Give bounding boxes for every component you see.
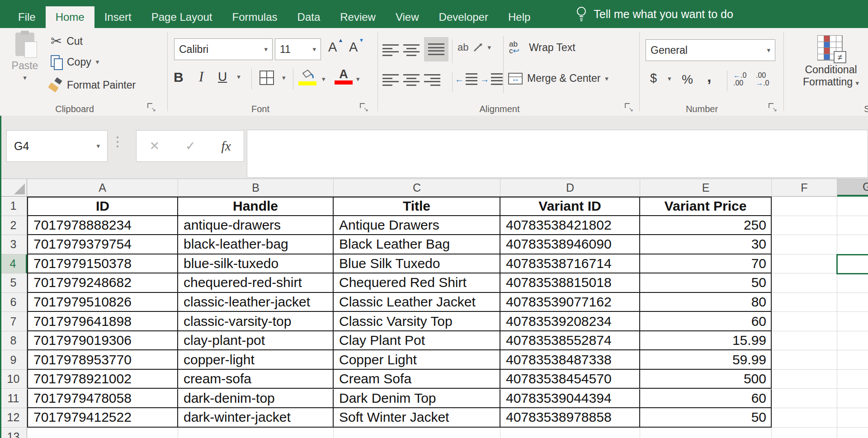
cell-F10[interactable] <box>772 370 837 389</box>
font-dialog-launcher[interactable]: ↘ <box>360 103 368 111</box>
cell-C13[interactable] <box>334 428 500 438</box>
copy-button[interactable]: Copy ▾ <box>51 55 99 69</box>
comma-style-button[interactable]: , <box>707 68 711 85</box>
cell-E7[interactable]: 60 <box>640 312 772 331</box>
cell-C8[interactable]: Clay Plant Pot <box>334 331 500 351</box>
cell-F8[interactable] <box>772 331 837 351</box>
tab-developer[interactable]: Developer <box>429 6 498 28</box>
enter-button[interactable]: ✓ <box>185 139 196 153</box>
cell-B4[interactable]: blue-silk-tuxedo <box>178 254 334 274</box>
column-header-A[interactable]: A <box>27 179 178 197</box>
cell-C1[interactable]: Title <box>334 197 500 216</box>
cell-E11[interactable]: 60 <box>640 389 772 409</box>
cell-A1[interactable]: ID <box>27 197 178 216</box>
cell-E13[interactable] <box>640 428 772 438</box>
format-painter-button[interactable]: Format Painter <box>49 79 136 91</box>
bottom-align-button[interactable] <box>424 37 448 61</box>
cell-A12[interactable]: 7017979412522 <box>27 408 178 428</box>
cell-F2[interactable] <box>772 216 837 235</box>
fill-color-button[interactable] <box>298 69 316 85</box>
cell-B7[interactable]: classic-varsity-top <box>178 312 334 331</box>
increase-font-size-button[interactable]: A▲ <box>328 40 337 55</box>
cell-B6[interactable]: classic-leather-jacket <box>178 293 334 312</box>
cell-A8[interactable]: 7017979019306 <box>27 331 178 351</box>
cell-G3[interactable] <box>837 235 868 254</box>
cell-F13[interactable] <box>772 428 837 438</box>
cell-F6[interactable] <box>772 293 837 312</box>
row-header-12[interactable]: 12 <box>0 408 27 428</box>
cell-G6[interactable] <box>837 293 868 312</box>
cell-B8[interactable]: clay-plant-pot <box>178 331 334 351</box>
cell-C12[interactable]: Soft Winter Jacket <box>334 408 500 428</box>
cell-A5[interactable]: 7017979248682 <box>27 273 178 293</box>
tab-formulas[interactable]: Formulas <box>222 6 288 28</box>
bold-button[interactable]: B <box>174 70 184 85</box>
alignment-dialog-launcher[interactable]: ↘ <box>625 103 632 111</box>
select-all-corner[interactable] <box>0 179 27 197</box>
cell-G7[interactable] <box>837 312 868 331</box>
wrap-text-button[interactable]: abc↩ Wrap Text <box>509 41 576 54</box>
row-header-4[interactable]: 4 <box>0 254 27 274</box>
row-header-11[interactable]: 11 <box>0 389 27 409</box>
cell-G9[interactable] <box>837 350 868 370</box>
cell-E9[interactable]: 59.99 <box>640 350 772 370</box>
row-header-10[interactable]: 10 <box>0 370 27 389</box>
cell-A4[interactable]: 7017979150378 <box>27 254 178 274</box>
cell-D8[interactable]: 40783538552874 <box>500 331 640 351</box>
cell-G8[interactable] <box>837 331 868 351</box>
cell-D13[interactable] <box>500 428 640 438</box>
decrease-decimal-button[interactable]: .00 →.0 <box>756 71 769 87</box>
orientation-button[interactable]: ab ▾ <box>458 42 491 53</box>
cell-D2[interactable]: 40783538421802 <box>500 216 640 235</box>
tab-insert[interactable]: Insert <box>94 6 142 28</box>
number-format-combobox[interactable]: General ▾ <box>646 39 775 61</box>
cell-D11[interactable]: 40783539044394 <box>500 389 640 409</box>
cell-B5[interactable]: chequered-red-shirt <box>178 273 334 293</box>
formula-bar-grip[interactable] <box>117 137 118 147</box>
cell-G10[interactable] <box>837 370 868 389</box>
cell-E10[interactable]: 500 <box>640 370 772 389</box>
cell-D3[interactable]: 40783538946090 <box>500 235 640 254</box>
tab-home[interactable]: Home <box>46 6 94 28</box>
row-header-6[interactable]: 6 <box>0 293 27 312</box>
middle-align-button[interactable] <box>403 44 420 56</box>
cell-D4[interactable]: 40783538716714 <box>500 254 640 274</box>
decrease-indent-button[interactable]: ← <box>455 73 477 85</box>
cell-B13[interactable] <box>178 428 334 438</box>
percent-style-button[interactable]: % <box>682 72 693 87</box>
cell-G13[interactable] <box>837 428 868 438</box>
italic-button[interactable]: I <box>199 69 203 85</box>
column-header-C[interactable]: C <box>334 179 500 197</box>
cell-B12[interactable]: dark-winter-jacket <box>178 408 334 428</box>
cell-C2[interactable]: Antique Drawers <box>334 216 500 235</box>
cell-D7[interactable]: 40783539208234 <box>500 312 640 331</box>
underline-button[interactable]: U ▾ <box>218 70 241 84</box>
cell-A3[interactable]: 7017979379754 <box>27 235 178 254</box>
column-header-F[interactable]: F <box>772 179 837 197</box>
align-right-button[interactable] <box>424 74 440 86</box>
align-center-button[interactable] <box>403 74 420 86</box>
cell-G2[interactable] <box>837 216 868 235</box>
cancel-button[interactable]: ✕ <box>149 139 160 153</box>
column-header-D[interactable]: D <box>500 179 640 197</box>
top-align-button[interactable] <box>382 44 399 56</box>
cell-D1[interactable]: Variant ID <box>500 197 640 216</box>
cell-C9[interactable]: Copper Light <box>334 350 500 370</box>
paste-button[interactable]: Paste ▾ <box>7 30 42 99</box>
accounting-format-button[interactable]: $ ▾ <box>650 71 671 85</box>
cell-G11[interactable] <box>837 389 868 409</box>
cell-B2[interactable]: antique-drawers <box>178 216 334 235</box>
cell-C5[interactable]: Chequered Red Shirt <box>334 273 500 293</box>
cell-B3[interactable]: black-leather-bag <box>178 235 334 254</box>
cell-C3[interactable]: Black Leather Bag <box>334 235 500 254</box>
cell-E2[interactable]: 250 <box>640 216 772 235</box>
cell-F5[interactable] <box>772 273 837 293</box>
cell-C6[interactable]: Classic Leather Jacket <box>334 293 500 312</box>
cell-F12[interactable] <box>772 408 837 428</box>
tab-file[interactable]: File <box>8 6 46 28</box>
cell-G4[interactable] <box>837 254 868 274</box>
cell-D12[interactable]: 40783538978858 <box>500 408 640 428</box>
cell-E12[interactable]: 50 <box>640 408 772 428</box>
decrease-font-size-button[interactable]: A▼ <box>349 40 358 55</box>
cell-A2[interactable]: 7017978888234 <box>27 216 178 235</box>
